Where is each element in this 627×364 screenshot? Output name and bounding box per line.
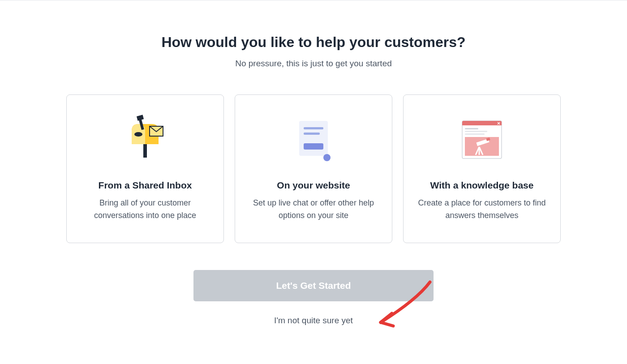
svg-rect-7 (304, 133, 320, 135)
page-subtitle: No pressure, this is just to get you sta… (235, 59, 392, 69)
card-description: Set up live chat or offer other help opt… (248, 197, 379, 222)
card-website[interactable]: On your website Set up live chat or offe… (235, 94, 392, 243)
svg-rect-16 (465, 131, 487, 132)
svg-rect-12 (462, 124, 502, 125)
svg-rect-0 (143, 144, 147, 158)
svg-rect-17 (465, 133, 485, 135)
not-sure-link[interactable]: I'm not quite sure yet (274, 316, 353, 325)
get-started-button[interactable]: Let's Get Started (193, 270, 434, 301)
card-shared-inbox[interactable]: From a Shared Inbox Bring all of your cu… (66, 94, 224, 243)
mailbox-icon (79, 108, 211, 171)
svg-rect-8 (304, 143, 323, 150)
knowledge-base-icon (416, 108, 548, 171)
page-title: How would you like to help your customer… (161, 34, 465, 51)
card-title: With a knowledge base (430, 180, 534, 191)
onboarding-selection-screen: How would you like to help your customer… (0, 0, 627, 325)
svg-rect-15 (465, 128, 478, 129)
option-cards-row: From a Shared Inbox Bring all of your cu… (66, 94, 561, 243)
svg-point-9 (323, 154, 331, 161)
card-title: On your website (277, 180, 350, 191)
card-description: Bring all of your customer conversations… (79, 197, 211, 222)
svg-rect-5 (299, 121, 328, 156)
card-knowledge-base[interactable]: With a knowledge base Create a place for… (403, 94, 561, 243)
card-title: From a Shared Inbox (99, 180, 192, 191)
card-description: Create a place for customers to find ans… (416, 197, 548, 222)
chat-widget-icon (248, 108, 379, 171)
svg-point-4 (134, 132, 142, 137)
svg-rect-2 (137, 115, 144, 120)
svg-rect-6 (304, 127, 323, 129)
